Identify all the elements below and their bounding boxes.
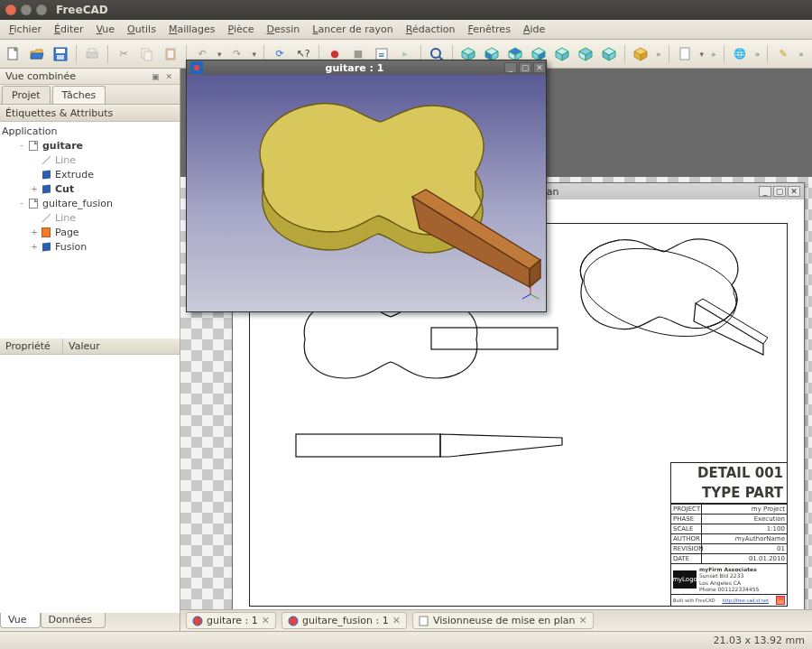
3d-close-button[interactable]: ✕ bbox=[533, 62, 546, 73]
svg-rect-46 bbox=[420, 617, 428, 626]
tab-data[interactable]: Données bbox=[41, 613, 106, 628]
cut-button[interactable]: ✂ bbox=[114, 44, 134, 64]
toolbar-overflow-3[interactable]: » bbox=[753, 50, 762, 59]
titlebar: FreeCAD bbox=[0, 0, 812, 20]
window-close-button[interactable] bbox=[5, 5, 16, 15]
view-bottom-button[interactable] bbox=[576, 44, 595, 64]
prop-col-property: Propriété bbox=[0, 338, 63, 354]
menu-ray[interactable]: Lancer de rayon bbox=[307, 22, 398, 37]
print-button[interactable] bbox=[82, 44, 102, 64]
tree-item[interactable]: Extrude bbox=[0, 167, 180, 181]
window-minimize-button[interactable] bbox=[21, 5, 32, 15]
close-icon[interactable]: ✕ bbox=[392, 615, 401, 626]
close-icon[interactable]: ✕ bbox=[262, 615, 270, 626]
menu-draft[interactable]: Rédaction bbox=[401, 22, 461, 37]
svg-point-12 bbox=[431, 49, 440, 58]
menu-help[interactable]: Aide bbox=[518, 22, 550, 37]
tb-row: Date01.01.2010 bbox=[671, 553, 787, 563]
new-page-button[interactable] bbox=[675, 44, 695, 64]
viewport-3d[interactable] bbox=[187, 75, 546, 311]
toolbar-overflow-1[interactable]: » bbox=[654, 50, 663, 59]
tb-heading2: TYPE PART bbox=[671, 483, 787, 504]
freecad-gear-icon bbox=[776, 596, 785, 605]
drawing-min-button[interactable]: _ bbox=[759, 186, 771, 197]
panel-undock-button[interactable]: ▣ bbox=[152, 72, 161, 81]
menu-view[interactable]: Vue bbox=[91, 22, 121, 37]
property-body bbox=[0, 355, 180, 613]
tree-item[interactable]: +Page bbox=[0, 225, 180, 239]
window-maximize-button[interactable] bbox=[36, 5, 47, 15]
toolbar-overflow-2[interactable]: » bbox=[709, 50, 718, 59]
property-header: Propriété Valeur bbox=[0, 338, 180, 355]
side-view bbox=[278, 425, 567, 479]
drawing-max-button[interactable]: ▢ bbox=[773, 186, 786, 197]
undo-icon: ↶ bbox=[198, 48, 206, 60]
menu-edit[interactable]: Éditer bbox=[49, 22, 89, 37]
menu-meshes[interactable]: Maillages bbox=[163, 22, 221, 37]
view-left-button[interactable] bbox=[599, 44, 619, 64]
tree-item[interactable]: -guitare bbox=[0, 138, 180, 153]
svg-line-43 bbox=[522, 294, 531, 299]
tab-view[interactable]: Vue bbox=[0, 613, 41, 628]
guitar-3d-model bbox=[187, 75, 548, 313]
tree-item[interactable]: Line bbox=[0, 153, 180, 167]
gear-icon bbox=[288, 616, 299, 626]
close-icon[interactable]: ✕ bbox=[578, 615, 586, 626]
tb-row: AuthormyAuthorName bbox=[671, 533, 787, 543]
part-box-button[interactable] bbox=[631, 44, 651, 64]
paste-button[interactable] bbox=[161, 44, 180, 64]
panel-close-button[interactable]: ✕ bbox=[165, 72, 174, 81]
svg-line-42 bbox=[531, 294, 539, 299]
menu-tools[interactable]: Outils bbox=[122, 22, 161, 37]
doctab-guitare[interactable]: guitare : 1 ✕ bbox=[186, 612, 276, 629]
draft-button[interactable]: ✎ bbox=[773, 44, 793, 64]
tree-item[interactable]: -guitare_fusion bbox=[0, 196, 180, 210]
tab-project[interactable]: Projet bbox=[2, 86, 51, 104]
prop-col-value: Valeur bbox=[63, 338, 106, 354]
menubar: Fichier Éditer Vue Outils Maillages Pièc… bbox=[0, 20, 812, 40]
tb-foot-right: http://free-cad.sf.net bbox=[723, 598, 769, 603]
tb-firm-name: myFirm Associates bbox=[699, 566, 759, 572]
toolbar-overflow-4[interactable]: » bbox=[797, 50, 806, 59]
menu-drawing[interactable]: Dessin bbox=[262, 22, 306, 37]
tb-row: Scale1:100 bbox=[671, 524, 787, 533]
tb-foot-left: Built with FreeCAD bbox=[673, 598, 715, 603]
app-title: FreeCAD bbox=[56, 4, 108, 16]
menu-file[interactable]: Fichier bbox=[4, 22, 47, 37]
3d-max-button[interactable]: ▢ bbox=[519, 62, 531, 73]
model-3d-title: guitare : 1 bbox=[207, 62, 503, 74]
panel-title: Vue combinée bbox=[5, 70, 76, 82]
tab-tasks[interactable]: Tâches bbox=[52, 86, 106, 104]
menu-windows[interactable]: Fenêtres bbox=[463, 22, 516, 37]
view-back-button[interactable] bbox=[552, 44, 572, 64]
combi-view-panel: Vue combinée ▣ ✕ Projet Tâches Étiquette… bbox=[0, 69, 180, 631]
play-icon: ▸ bbox=[402, 48, 408, 60]
model-3d-window[interactable]: guitare : 1 _ ▢ ✕ bbox=[186, 60, 547, 312]
globe-icon: 🌐 bbox=[734, 48, 746, 60]
save-button[interactable] bbox=[51, 44, 70, 64]
drawing-close-button[interactable]: ✕ bbox=[788, 186, 800, 197]
tree-item[interactable]: +Cut bbox=[0, 181, 180, 196]
refresh-icon: ⟳ bbox=[275, 48, 283, 60]
open-button[interactable] bbox=[27, 44, 47, 64]
doctab-drawing[interactable]: Visionneuse de mise en plan ✕ bbox=[412, 612, 594, 629]
iso-view bbox=[542, 218, 768, 380]
model-tree[interactable]: Application-guitareLineExtrude+Cut-guita… bbox=[0, 122, 180, 338]
copy-button[interactable] bbox=[137, 44, 157, 64]
redo-icon: ↷ bbox=[233, 48, 241, 60]
tb-row: PhaseExecution bbox=[671, 514, 787, 524]
doctab-guitare-fusion[interactable]: guitare_fusion : 1 ✕ bbox=[281, 612, 407, 629]
cut-icon: ✂ bbox=[119, 48, 127, 60]
svg-rect-7 bbox=[144, 51, 152, 60]
new-button[interactable] bbox=[4, 44, 23, 64]
tb-row: Projectmy Project bbox=[671, 504, 787, 514]
svg-text:≡: ≡ bbox=[378, 51, 385, 60]
web-button[interactable]: 🌐 bbox=[730, 44, 750, 64]
tb-logo: myLogo bbox=[673, 570, 697, 589]
tree-item[interactable]: +Fusion bbox=[0, 239, 180, 254]
3d-min-button[interactable]: _ bbox=[504, 62, 517, 73]
arrow-help-icon: ↖? bbox=[297, 48, 310, 60]
menu-part[interactable]: Pièce bbox=[223, 22, 260, 37]
tree-item[interactable]: Line bbox=[0, 210, 180, 225]
tb-heading1: DETAIL 001 bbox=[671, 463, 787, 483]
